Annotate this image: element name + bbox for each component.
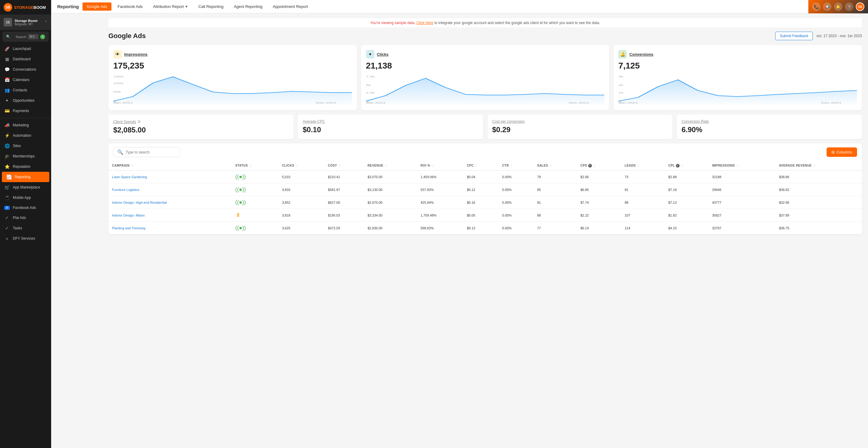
col-campaign[interactable]: CAMPAIGN ↕ bbox=[108, 161, 232, 171]
sidebar-item-payments[interactable]: 💳 Payments bbox=[0, 106, 51, 116]
topbar-title: Reporting bbox=[57, 4, 79, 9]
impressions-label[interactable]: Impressions bbox=[124, 52, 148, 57]
impressions-chart: Jan 2021 Dec 2021 150k 100k 50k 0 bbox=[113, 74, 352, 104]
columns-button[interactable]: ⊞ Columns bbox=[827, 147, 857, 157]
page-header: Google Ads Submit Feedback oct. 17 2023 … bbox=[108, 32, 862, 40]
tab-agent-reporting[interactable]: Agent Reporting bbox=[229, 2, 267, 11]
search-shortcut: ⌘K bbox=[28, 34, 38, 39]
sidebar-item-dfy-services[interactable]: » DFY Services bbox=[0, 233, 51, 244]
sidebar-item-sites[interactable]: 🌐 Sites bbox=[0, 141, 51, 151]
clicks-label[interactable]: Clicks bbox=[377, 52, 389, 57]
sidebar-item-automation[interactable]: ⚡ Automation bbox=[0, 130, 51, 141]
sidebar-item-memberships[interactable]: 🎓 Memberships bbox=[0, 151, 51, 161]
sidebar-item-launchpad[interactable]: 🚀 Launchpad bbox=[0, 43, 51, 54]
col-impressions[interactable]: IMPRESSIONS ↕ bbox=[709, 161, 775, 171]
campaign-link[interactable]: Lawn Space Gardening bbox=[112, 175, 147, 179]
sidebar-item-plai-ads[interactable]: ✓ Plai Ads bbox=[0, 213, 51, 223]
conversions-card-header: 🔔 Conversions bbox=[618, 50, 857, 58]
metrics-row: Client Spends ⚙ $2,085.00 Average CPC $0… bbox=[108, 115, 862, 139]
col-cps[interactable]: CPS ? ↕ bbox=[577, 161, 621, 171]
marketing-icon: 📣 bbox=[4, 123, 10, 128]
col-avg-revenue[interactable]: AVERAGE REVENUE ↕ bbox=[775, 161, 862, 171]
col-ctr[interactable]: CTR ↕ bbox=[498, 161, 533, 171]
conversions-label[interactable]: Conversions bbox=[629, 52, 653, 57]
tab-google-ads[interactable]: Google Ads bbox=[83, 2, 112, 11]
sidebar-label-facebook-ads: Facebook Ads bbox=[13, 206, 36, 210]
cell-cpl: $1.82 bbox=[664, 209, 709, 222]
sidebar-item-facebook-ads[interactable]: f Facebook Ads bbox=[0, 203, 51, 213]
col-roi[interactable]: ROI % ↕ bbox=[417, 161, 463, 171]
cell-leads: 107 bbox=[621, 209, 664, 222]
svg-text:1k: 1k bbox=[618, 91, 624, 94]
campaign-link[interactable]: Planting and Trimming bbox=[112, 226, 145, 230]
conversions-value: 7,125 bbox=[618, 61, 857, 71]
sidebar-item-contacts[interactable]: 👥 Contacts bbox=[0, 85, 51, 95]
table-search[interactable]: 🔍 bbox=[113, 147, 180, 157]
campaign-link[interactable]: Furniture Logistics bbox=[112, 188, 140, 191]
sidebar-item-marketing[interactable]: 📣 Marketing bbox=[0, 120, 51, 130]
workspace-selector[interactable]: SB Storage Boom Belgrade, MT ⌃ bbox=[0, 15, 51, 30]
metric-average-cpc: Average CPC $0.10 bbox=[298, 115, 483, 139]
col-clicks[interactable]: CLICKS ↓ bbox=[278, 161, 324, 171]
search-magic-icon: ✦ bbox=[40, 34, 45, 39]
tab-appointment-report[interactable]: Appointment Report bbox=[269, 2, 312, 11]
sidebar-item-app-marketplace[interactable]: 🛒 App Marketplace bbox=[0, 182, 51, 192]
cell-roi: 1,709.48% bbox=[417, 209, 463, 222]
user-avatar[interactable]: VD bbox=[856, 2, 864, 11]
sidebar-label-plai-ads: Plai Ads bbox=[13, 216, 26, 220]
columns-button-label: Columns bbox=[837, 150, 852, 154]
tab-call-reporting[interactable]: Call Reporting bbox=[194, 2, 228, 11]
svg-text:150k: 150k bbox=[113, 75, 124, 78]
sidebar-item-tasks[interactable]: ✓ Tasks bbox=[0, 223, 51, 233]
client-spends-gear-icon[interactable]: ⚙ bbox=[137, 119, 141, 124]
client-spends-value: $2,085.00 bbox=[113, 126, 289, 134]
metric-conversion-rate: Conversion Rate 6.90% bbox=[677, 115, 862, 139]
svg-text:0: 0 bbox=[618, 100, 621, 103]
table-search-icon: 🔍 bbox=[117, 149, 123, 155]
cell-roi: 598.83% bbox=[417, 222, 463, 235]
sidebar-label-dfy-services: DFY Services bbox=[13, 236, 35, 241]
phone-icon[interactable]: 📞 bbox=[812, 2, 820, 11]
launchpad-icon: 🚀 bbox=[4, 46, 10, 51]
help-icon[interactable]: ? bbox=[845, 2, 854, 11]
page-title: Google Ads bbox=[108, 32, 146, 40]
table-search-input[interactable] bbox=[126, 150, 176, 154]
tab-facebook-ads[interactable]: Facebook Ads bbox=[113, 2, 147, 11]
tab-attribution-report[interactable]: Attribution Report ▼ bbox=[149, 2, 192, 11]
topbar: Reporting Google Ads Facebook Ads Attrib… bbox=[51, 0, 868, 13]
col-sales[interactable]: SALES ↕ bbox=[533, 161, 577, 171]
mobile-app-icon: 📱 bbox=[4, 195, 10, 200]
cell-cps: $6.85 bbox=[577, 183, 621, 196]
sidebar-item-opportunities[interactable]: ✦ Opportunities bbox=[0, 95, 51, 106]
sidebar-item-reputation[interactable]: ⭐ Reputation bbox=[0, 161, 51, 172]
notification-icon[interactable]: 🔔 bbox=[834, 2, 842, 11]
submit-feedback-button[interactable]: Submit Feedback bbox=[775, 32, 813, 40]
integrate-link[interactable]: Click Here bbox=[416, 21, 433, 25]
sidebar-item-conversations[interactable]: 💬 Conversations bbox=[0, 64, 51, 74]
sidebar-item-calendars[interactable]: 📅 Calendars bbox=[0, 74, 51, 85]
svg-text:5k: 5k bbox=[366, 84, 371, 87]
sidebar-item-mobile-app[interactable]: 📱 Mobile App bbox=[0, 192, 51, 203]
alert-icon[interactable]: 📢 bbox=[823, 2, 832, 11]
col-cpc[interactable]: CPC ↕ bbox=[463, 161, 498, 171]
clicks-card-header: ✦ Clicks bbox=[366, 50, 604, 58]
sidebar-item-reporting[interactable]: 📈 Reporting bbox=[2, 172, 49, 182]
svg-text:Jan 2021: Jan 2021 bbox=[366, 101, 386, 104]
sidebar-label-reporting: Reporting bbox=[14, 175, 30, 179]
app-logo-icon: SB bbox=[4, 3, 12, 11]
col-cost[interactable]: COST ↕ bbox=[324, 161, 364, 171]
campaign-link[interactable]: Interior Design: Miami bbox=[112, 213, 145, 217]
sidebar-search[interactable]: 🔍 Search ⌘K ✦ bbox=[2, 32, 49, 42]
sidebar-item-dashboard[interactable]: ▦ Dashboard bbox=[0, 54, 51, 64]
campaign-link[interactable]: Interior Design: High-end Residential bbox=[112, 201, 167, 204]
col-revenue[interactable]: REVENUE ↕ bbox=[364, 161, 417, 171]
table-row: Lawn Space Gardening ((●)) 5,010 $210.41… bbox=[108, 171, 862, 183]
client-spends-label: Client Spends ⚙ bbox=[113, 119, 289, 124]
cell-avg-revenue: $36.82 bbox=[775, 183, 862, 196]
col-cpl[interactable]: CPL ? ↕ bbox=[664, 161, 709, 171]
cell-impressions: 29646 bbox=[709, 183, 775, 196]
table-header: CAMPAIGN ↕ STATUS ↕ CLICKS ↓ COST ↕ REVE… bbox=[108, 161, 862, 171]
col-status[interactable]: STATUS ↕ bbox=[232, 161, 279, 171]
col-leads[interactable]: LEADS ↕ bbox=[621, 161, 664, 171]
cell-cost: $472.59 bbox=[324, 222, 364, 235]
